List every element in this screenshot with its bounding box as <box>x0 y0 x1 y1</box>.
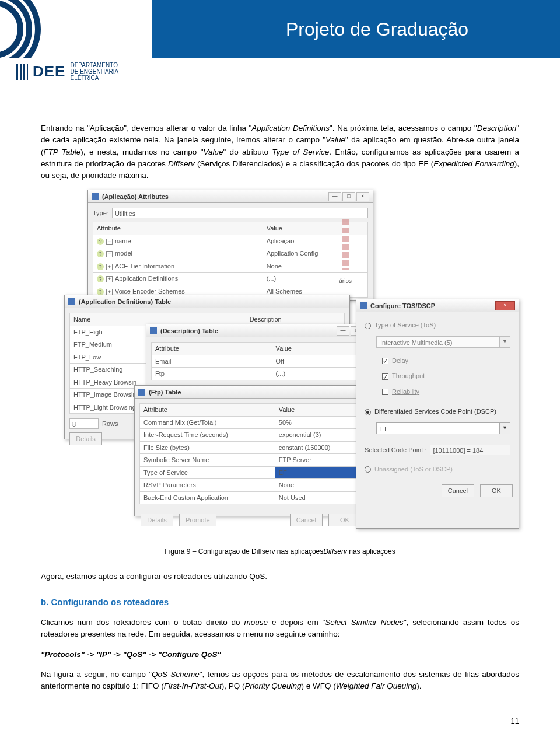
col-header-attribute[interactable]: Attribute <box>93 222 263 235</box>
description-table[interactable]: AttributeValue EmailOff Ftp(...) <box>151 342 362 380</box>
window-attributes[interactable]: (Aplicação) Attributes — □ × Type: Utili… <box>88 190 373 301</box>
table-row: Ftp(...) <box>152 368 362 380</box>
col-header-value[interactable]: Value <box>262 222 368 235</box>
window-icon <box>138 389 145 396</box>
radio-tos[interactable]: Type of Service (ToS) <box>365 320 510 330</box>
table-row: ?+ACE Tier InformationNone <box>93 260 368 273</box>
header-title: Projeto de Graduação <box>152 0 560 58</box>
page-header: Projeto de Graduação <box>0 0 560 58</box>
table-row: Type of ServiceEF <box>140 466 362 479</box>
table-row: ?+Application Definitions(...) <box>93 273 368 285</box>
window-icon <box>92 193 99 200</box>
maximize-button[interactable]: □ <box>342 192 355 201</box>
cancel-button[interactable]: Cancel <box>290 514 323 526</box>
paragraph-3: Clicamos num dos roteadores com o botão … <box>41 617 519 641</box>
type-field[interactable]: Utilities <box>112 208 368 218</box>
page-number: 11 <box>41 715 519 727</box>
table-row: ?−nameAplicação <box>93 235 368 247</box>
section-b-heading: b. Configurando os roteadores <box>41 596 519 609</box>
window-title: (Application Definitions) Table <box>79 297 346 307</box>
window-description[interactable]: (Description) Table — □ AttributeValue E… <box>146 324 368 385</box>
tos-dropdown[interactable]: Interactive Multimedia (5)▼ <box>376 336 510 348</box>
col-header-value[interactable]: Value <box>275 404 362 417</box>
minimize-button[interactable]: — <box>328 192 341 201</box>
header-arcs-decoration <box>0 0 52 58</box>
minimize-button[interactable]: — <box>337 326 349 336</box>
col-header-attribute[interactable]: Attribute <box>140 404 275 417</box>
cancel-button[interactable]: Cancel <box>442 484 474 497</box>
paragraph-4: Na figura a seguir, no campo "QoS Scheme… <box>41 669 519 693</box>
chevron-down-icon: ▼ <box>499 423 510 434</box>
window-controls[interactable]: — □ × <box>328 192 369 201</box>
page-content: Entrando na "Aplicação", devemos alterar… <box>0 58 560 750</box>
ok-button[interactable]: OK <box>480 484 513 497</box>
radio-dscp[interactable]: Differentiated Services Code Point (DSCP… <box>365 407 510 417</box>
table-row: Command Mix (Get/Total)50% <box>140 416 362 429</box>
checkbox-throughput[interactable]: Throughput <box>382 371 510 381</box>
promote-button[interactable]: Promote <box>179 514 216 526</box>
radio-unassigned[interactable]: Unassigned (ToS or DSCP) <box>365 464 510 474</box>
window-icon <box>150 327 157 334</box>
table-row: RSVP ParametersNone <box>140 479 362 492</box>
checkbox-delay[interactable]: Delay <box>382 356 510 366</box>
window-title: (Aplicação) Attributes <box>102 192 325 202</box>
window-title: (Description) Table <box>160 326 333 336</box>
window-title: Configure TOS/DSCP <box>370 301 492 311</box>
paragraph-1: Entrando na "Aplicação", devemos alterar… <box>41 123 519 181</box>
window-icon <box>360 302 367 309</box>
type-label: Type: <box>93 208 108 218</box>
dee-logo-block: DEE DEPARTAMENTO DE ENGENHARIA ELÉTRICA <box>0 58 118 81</box>
rows-label: Rows <box>102 419 118 429</box>
dee-bars-icon <box>16 64 28 80</box>
dee-logo-text: DEE <box>33 62 65 81</box>
dee-dept-text: DEPARTAMENTO DE ENGENHARIA ELÉTRICA <box>70 62 118 81</box>
window-icon <box>68 298 75 305</box>
checkbox-reliability[interactable]: Reliability <box>382 387 510 397</box>
table-row: Back-End Custom ApplicationNot Used <box>140 491 362 504</box>
window-tos-dscp[interactable]: Configure TOS/DSCP × Type of Service (To… <box>356 299 519 529</box>
table-row: Inter-Request Time (seconds)exponential … <box>140 429 362 442</box>
col-header-attribute[interactable]: Attribute <box>152 343 272 355</box>
background-label: ários <box>339 277 352 285</box>
menu-path: "Protocols" -> "IP" -> "QoS" -> "Configu… <box>41 649 519 661</box>
close-button[interactable]: × <box>356 192 369 201</box>
window-title: (Ftp) Table <box>149 387 363 397</box>
table-row: Symbolic Server NameFTP Server <box>140 454 362 467</box>
dscp-dropdown[interactable]: EF▼ <box>376 422 510 434</box>
figure-9: (Aplicação) Attributes — □ × Type: Utili… <box>41 190 519 536</box>
paragraph-2: Agora, estamos aptos a configurar os rot… <box>41 571 519 582</box>
ftp-table[interactable]: AttributeValue Command Mix (Get/Total)50… <box>139 403 362 504</box>
window-ftp[interactable]: (Ftp) Table AttributeValue Command Mix (… <box>134 385 368 516</box>
selected-code-point: Selected Code Point : [10111000] = 184 <box>365 445 510 455</box>
background-decoration <box>342 219 349 270</box>
table-row: File Size (bytes)constant (150000) <box>140 441 362 454</box>
details-button[interactable]: Details <box>69 432 102 445</box>
chevron-down-icon: ▼ <box>499 337 510 347</box>
col-header-value[interactable]: Value <box>272 343 362 355</box>
attributes-table[interactable]: AttributeValue ?−nameAplicação ?−modelAp… <box>93 222 368 298</box>
rows-count-field[interactable]: 8 <box>69 418 99 429</box>
table-row: ?−modelApplication Config <box>93 247 368 260</box>
details-button[interactable]: Details <box>141 514 173 526</box>
close-button[interactable]: × <box>495 301 515 310</box>
figure-caption: Figura 9 – Configuração de Diffserv nas … <box>41 546 519 557</box>
table-row: EmailOff <box>152 355 362 368</box>
